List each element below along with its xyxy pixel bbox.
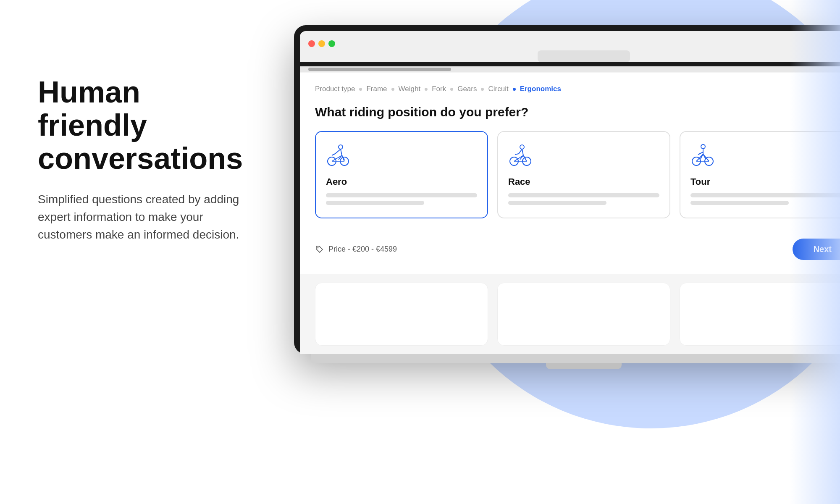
card-tour[interactable]: Tour [680,131,840,218]
app-content: Product type Frame Weight Fork [300,73,840,274]
race-bike-icon [508,143,533,168]
price-tag: Price - €200 - €4599 [315,245,397,254]
bottom-card-2 [497,283,670,346]
tour-bike-icon [690,143,716,168]
laptop-bottom [311,354,840,363]
step-dot-4 [450,88,453,91]
card-tour-label: Tour [690,176,840,187]
svg-point-0 [339,145,343,149]
bottom-cards [300,274,840,354]
step-dot-6 [513,88,516,91]
step-ergonomics[interactable]: Ergonomics [520,85,561,93]
browser-chrome [300,31,840,62]
svg-point-11 [520,145,524,149]
svg-line-3 [341,149,342,155]
step-frame[interactable]: Frame [366,85,387,93]
mockup-wrapper: Product type Frame Weight Fork [294,25,840,369]
card-aero-line1 [326,193,477,197]
scrollbar-thumb[interactable] [308,68,451,71]
svg-line-12 [519,149,522,154]
svg-line-13 [515,154,519,155]
card-race-line1 [508,193,659,197]
question-title: What riding position do you prefer? [315,105,840,119]
card-tour-line2 [690,201,789,205]
dot-green[interactable] [328,40,335,47]
step-dot-1 [359,88,362,91]
dot-red[interactable] [308,40,315,47]
price-label: Price - €200 - €4599 [328,245,397,254]
step-dot-5 [481,88,484,91]
headline: Human friendly conversations [38,76,248,176]
footer-row: Price - €200 - €4599 Next [315,231,840,262]
laptop-stand [546,363,622,369]
aero-bike-icon [326,143,351,168]
svg-line-2 [332,154,335,155]
subtext: Simplified questions created by adding e… [38,191,248,244]
step-nav: Product type Frame Weight Fork [315,85,840,93]
svg-point-22 [701,144,705,149]
laptop-frame: Product type Frame Weight Fork [294,25,840,354]
step-circuit[interactable]: Circuit [488,85,508,93]
svg-line-29 [696,154,703,161]
cards-row: Aero [315,131,840,218]
svg-line-1 [335,149,341,154]
card-aero[interactable]: Aero [315,131,488,218]
next-button[interactable]: Next [793,239,840,260]
svg-point-32 [318,247,319,248]
card-aero-line2 [326,201,424,205]
step-product-type[interactable]: Product type [315,85,355,93]
step-dot-2 [391,88,394,91]
svg-line-30 [703,154,709,161]
card-race-line2 [508,201,606,205]
bottom-card-3 [680,283,840,346]
step-weight[interactable]: Weight [399,85,421,93]
card-race[interactable]: Race [497,131,670,218]
dot-yellow[interactable] [318,40,325,47]
left-panel: Human friendly conversations Simplified … [38,76,248,244]
card-race-label: Race [508,176,659,187]
traffic-lights [308,36,840,50]
bottom-card-1 [315,283,488,346]
step-dot-3 [425,88,428,91]
price-tag-icon [315,245,324,254]
svg-line-19 [514,155,523,161]
browser-content: Product type Frame Weight Fork [300,66,840,354]
card-aero-label: Aero [326,176,477,187]
step-gears[interactable]: Gears [457,85,477,93]
svg-line-14 [522,149,523,155]
address-bar[interactable] [538,50,630,62]
svg-line-24 [698,152,703,155]
card-tour-line1 [690,193,840,197]
scrollbar-area [300,66,840,72]
step-fork[interactable]: Fork [432,85,446,93]
